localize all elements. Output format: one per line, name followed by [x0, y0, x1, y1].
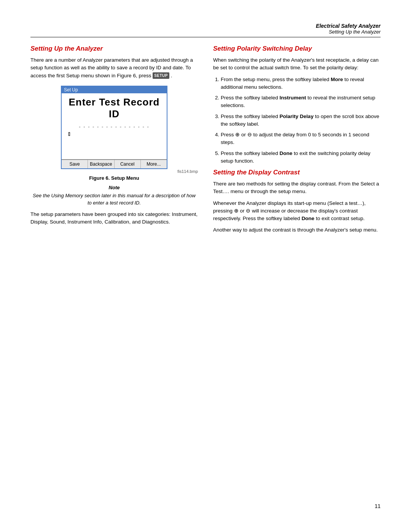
contrast-intro: There are two methods for setting the di… [213, 180, 381, 196]
menu-btn-backspace[interactable]: Backspace [88, 160, 114, 168]
note-label: Note [30, 185, 198, 190]
menu-window: Set Up Enter Test Record ID - - - - - - … [61, 86, 167, 169]
contrast-body2: Another way to adjust the contrast is th… [213, 226, 381, 234]
menu-btn-more[interactable]: More... [141, 160, 167, 168]
menu-footer: Save Backspace Cancel More... [62, 160, 167, 168]
polarity-step-5: Press the softkey labeled Done to exit t… [221, 150, 381, 165]
body-text: The setup parameters have been grouped i… [30, 211, 198, 226]
figure-filename: fis114.bmp [91, 169, 198, 174]
menu-btn-cancel[interactable]: Cancel [115, 160, 141, 168]
polarity-section-title: Setting Polarity Switching Delay [213, 45, 381, 53]
contrast-body1: Whenever the Analyzer displays its start… [213, 200, 381, 223]
left-section-title: Setting Up the Analyzer [30, 45, 198, 53]
page-number: 11 [374, 503, 381, 509]
menu-btn-save[interactable]: Save [62, 160, 88, 168]
setup-badge: SETUP [153, 72, 169, 79]
doc-subtitle: Setting Up the Analyzer [30, 29, 381, 35]
note-block: Note See the Using Memory section later … [30, 185, 198, 207]
contrast-section-title: Setting the Display Contrast [213, 169, 381, 176]
polarity-intro: When switching the polarity of the Analy… [213, 56, 381, 72]
menu-titlebar: Set Up [62, 86, 167, 93]
figure-caption: Figure 6. Setup Menu [89, 175, 139, 181]
polarity-step-2: Press the softkey labeled Instrument to … [221, 94, 381, 110]
doc-title: Electrical Safety Analyzer [30, 23, 381, 29]
left-column: Setting Up the Analyzer There are a numb… [30, 45, 198, 238]
figure-container: Set Up Enter Test Record ID - - - - - - … [30, 86, 198, 181]
menu-body: Enter Test Record ID - - - - - - - - - -… [62, 93, 167, 160]
polarity-step-4: Press ⊕ or ⊖ to adjust the delay from 0 … [221, 131, 381, 147]
note-text: See the Using Memory section later in th… [30, 192, 198, 207]
polarity-steps-list: From the setup menu, press the softkey l… [221, 76, 381, 165]
page: Electrical Safety Analyzer Setting Up th… [0, 0, 411, 532]
menu-dashes: - - - - - - - - - - - - - - - - [65, 124, 163, 129]
menu-spacer [65, 137, 163, 156]
menu-arrow: ⇕ [67, 131, 163, 137]
menu-title-text: Enter Test Record ID [65, 96, 163, 120]
page-header: Electrical Safety Analyzer Setting Up th… [30, 23, 381, 37]
content-columns: Setting Up the Analyzer There are a numb… [30, 45, 381, 238]
left-intro-text: There are a number of Analyzer parameter… [30, 56, 198, 80]
polarity-step-3: Press the softkey labeled Polarity Delay… [221, 113, 381, 128]
polarity-step-1: From the setup menu, press the softkey l… [221, 76, 381, 91]
right-column: Setting Polarity Switching Delay When sw… [213, 45, 381, 238]
